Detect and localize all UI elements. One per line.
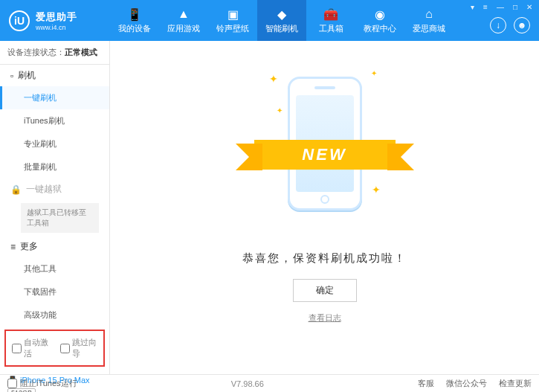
jailbreak-note: 越狱工具已转移至工具箱	[21, 203, 99, 233]
section-flash-header[interactable]: ▫ 刷机	[0, 65, 109, 86]
window-controls: ▾ ≡ — □ ✕	[468, 3, 535, 11]
apps-icon: ▲	[175, 7, 192, 22]
download-button[interactable]: ↓	[490, 17, 506, 33]
app-title: 爱思助手	[36, 10, 77, 24]
sidebar-item-pro-flash[interactable]: 专业刷机	[0, 132, 109, 155]
sparkle-icon: ✦	[269, 73, 278, 85]
nav-store[interactable]: ⌂爱思商城	[404, 0, 454, 41]
header-right-buttons: ↓ ☻	[490, 17, 530, 33]
nav-tutorials[interactable]: ◉教程中心	[355, 0, 404, 41]
main-nav: 📱我的设备 ▲应用游戏 ▣铃声壁纸 ◆智能刷机 🧰工具箱 ◉教程中心 ⌂爱思商城	[110, 0, 454, 41]
footer-wechat[interactable]: 微信公众号	[446, 378, 487, 389]
app-subtitle: www.i4.cn	[36, 24, 77, 31]
sidebar-item-itunes-flash[interactable]: iTunes刷机	[0, 109, 109, 132]
maximize-icon[interactable]: □	[511, 3, 520, 11]
flash-icon: ◆	[274, 7, 290, 22]
sparkle-icon: ✦	[371, 69, 377, 77]
success-illustration: ✦ ✦ ✦ ✦ NEW	[288, 77, 362, 211]
app-header: iU 爱思助手 www.i4.cn 📱我的设备 ▲应用游戏 ▣铃声壁纸 ◆智能刷…	[0, 0, 539, 41]
nav-apps-games[interactable]: ▲应用游戏	[159, 0, 208, 41]
view-log-link[interactable]: 查看日志	[309, 312, 341, 324]
menu-icon[interactable]: ▾	[468, 3, 477, 11]
more-section-icon: ≡	[10, 242, 16, 252]
logo-area: iU 爱思助手 www.i4.cn	[0, 10, 110, 31]
sidebar-item-advanced[interactable]: 高级功能	[0, 303, 109, 327]
footer-check-update[interactable]: 检查更新	[499, 378, 532, 389]
nav-smart-flash[interactable]: ◆智能刷机	[257, 0, 306, 41]
version-label: V7.98.66	[231, 379, 264, 388]
checkbox-auto-activate[interactable]: 自动激活	[12, 337, 50, 359]
flash-section-icon: ▫	[10, 71, 13, 81]
toolbox-icon: 🧰	[323, 7, 339, 22]
nav-toolbox[interactable]: 🧰工具箱	[306, 0, 355, 41]
sidebar-item-other-tools[interactable]: 其他工具	[0, 257, 109, 280]
section-more-header[interactable]: ≡ 更多	[0, 236, 109, 257]
sidebar: 设备连接状态：正常模式 ▫ 刷机 一键刷机 iTunes刷机 专业刷机 批量刷机…	[0, 41, 110, 374]
confirm-button[interactable]: 确定	[293, 279, 357, 302]
connection-status: 设备连接状态：正常模式	[0, 41, 109, 65]
sidebar-item-batch-flash[interactable]: 批量刷机	[0, 155, 109, 179]
store-icon: ⌂	[421, 7, 437, 22]
close-icon[interactable]: ✕	[524, 3, 535, 11]
tutorial-icon: ◉	[372, 7, 388, 22]
sparkle-icon: ✦	[277, 106, 283, 115]
checkbox-block-itunes[interactable]: 阻止iTunes运行	[7, 378, 77, 389]
section-jailbreak-header: 🔒 一键越狱	[0, 179, 109, 200]
settings-icon[interactable]: ≡	[481, 3, 490, 11]
checkbox-skip-guide[interactable]: 跳过向导	[60, 337, 98, 359]
new-ribbon: NEW	[254, 140, 396, 170]
sidebar-item-download-firmware[interactable]: 下载固件	[0, 280, 109, 303]
success-message: 恭喜您，保资料刷机成功啦！	[242, 251, 407, 266]
device-icon: 📱	[126, 7, 143, 22]
sidebar-item-oneclick-flash[interactable]: 一键刷机	[0, 86, 109, 109]
logo-icon: iU	[9, 10, 30, 31]
user-button[interactable]: ☻	[514, 17, 530, 33]
minimize-icon[interactable]: —	[494, 3, 506, 11]
highlighted-options: 自动激活 跳过向导	[4, 330, 105, 367]
nav-my-device[interactable]: 📱我的设备	[110, 0, 159, 41]
nav-ringtones[interactable]: ▣铃声壁纸	[208, 0, 257, 41]
sparkle-icon: ✦	[372, 184, 381, 196]
ringtone-icon: ▣	[225, 7, 241, 22]
main-content: ✦ ✦ ✦ ✦ NEW 恭喜您，保资料刷机成功啦！ 确定 查看日志	[110, 41, 539, 374]
footer-support[interactable]: 客服	[418, 378, 434, 389]
lock-icon: 🔒	[10, 184, 22, 195]
